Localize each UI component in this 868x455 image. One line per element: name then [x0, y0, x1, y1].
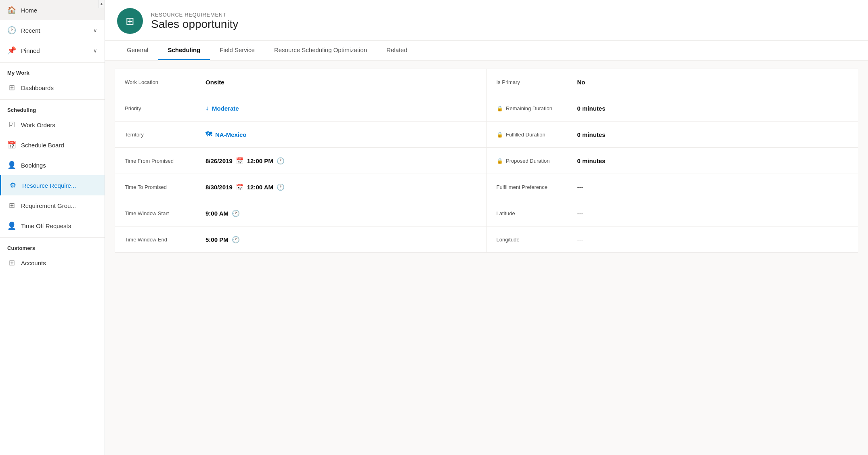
time-from-promised-date: 8/26/2019 — [205, 157, 233, 164]
longitude-value: --- — [577, 236, 583, 243]
time-from-promised-label: Time From Promised — [125, 158, 205, 164]
tab-field-service[interactable]: Field Service — [210, 41, 264, 60]
time-window-end-label: Time Window End — [125, 237, 205, 243]
field-time-window-end: Time Window End 5:00 PM 🕐 — [115, 226, 487, 252]
recent-icon: 🕐 — [7, 26, 16, 35]
section-label-scheduling: Scheduling — [0, 101, 105, 115]
clock-icon[interactable]: 🕐 — [232, 210, 240, 217]
territory-label: Territory — [125, 132, 205, 138]
field-fulfillment-preference: Fulfillment Preference --- — [487, 174, 858, 200]
main-content: ⊞ RESOURCE REQUIREMENT Sales opportunity… — [105, 0, 868, 455]
lock-icon: 🔒 — [497, 105, 503, 111]
calendar-icon[interactable]: 📅 — [236, 157, 244, 165]
latitude-label: Latitude — [497, 210, 577, 216]
sidebar-item-resource-requirements[interactable]: ⚙ Resource Require... — [0, 175, 105, 195]
tab-scheduling[interactable]: Scheduling — [158, 41, 210, 60]
field-remaining-duration: 🔒 Remaining Duration 0 minutes — [487, 95, 858, 121]
schedule-board-icon: 📅 — [7, 140, 16, 149]
sidebar-dashboards-label: Dashboards — [21, 84, 54, 91]
pin-icon: 📌 — [7, 46, 16, 55]
field-proposed-duration: 🔒 Proposed Duration 0 minutes — [487, 148, 858, 174]
field-priority[interactable]: Priority ↓ Moderate — [115, 95, 487, 121]
work-location-value: Onsite — [205, 79, 224, 86]
field-latitude: Latitude --- — [487, 200, 858, 226]
tab-resource-scheduling-optimization[interactable]: Resource Scheduling Optimization — [264, 41, 377, 60]
divider — [0, 62, 105, 63]
record-title-block: RESOURCE REQUIREMENT Sales opportunity — [151, 12, 238, 31]
time-window-end-time: 5:00 PM — [205, 236, 229, 243]
sidebar-item-requirement-groups[interactable]: ⊞ Requirement Grou... — [0, 195, 105, 216]
sidebar-accounts-label: Accounts — [21, 260, 46, 266]
is-primary-label: Is Primary — [497, 79, 577, 85]
time-from-promised-time: 12:00 PM — [247, 157, 273, 164]
tab-general[interactable]: General — [117, 41, 158, 60]
field-fulfilled-duration: 🔒 Fulfilled Duration 0 minutes — [487, 122, 858, 147]
proposed-duration-label: 🔒 Proposed Duration — [497, 158, 577, 164]
time-window-start-label: Time Window Start — [125, 210, 205, 216]
sidebar-item-accounts[interactable]: ⊞ Accounts — [0, 253, 105, 273]
time-window-start-value: 9:00 AM 🕐 — [205, 210, 240, 217]
fulfillment-preference-value: --- — [577, 184, 583, 191]
field-work-location: Work Location Onsite — [115, 69, 487, 95]
resource-requirements-icon: ⚙ — [8, 181, 17, 190]
lock-icon: 🔒 — [497, 132, 503, 138]
sidebar-scroll-up[interactable]: ▲ — [98, 0, 105, 8]
time-window-start-time: 9:00 AM — [205, 210, 229, 217]
form-section: Work Location Onsite Is Primary No Prior… — [115, 69, 858, 253]
priority-label: Priority — [125, 105, 205, 111]
work-location-label: Work Location — [125, 79, 205, 85]
fulfilled-duration-value: 0 minutes — [577, 131, 606, 138]
territory-value[interactable]: 🗺 NA-Mexico — [205, 131, 247, 138]
record-icon-symbol: ⊞ — [126, 15, 134, 27]
sidebar-bookings-label: Bookings — [21, 162, 46, 169]
sidebar-schedule-board-label: Schedule Board — [21, 142, 64, 149]
sidebar-recent-label: Recent — [21, 27, 40, 34]
proposed-duration-value: 0 minutes — [577, 157, 606, 164]
home-icon: 🏠 — [7, 6, 16, 15]
requirement-groups-icon: ⊞ — [7, 201, 16, 210]
sidebar-item-dashboards[interactable]: ⊞ Dashboards — [0, 78, 105, 98]
chevron-down-icon: ∨ — [93, 27, 97, 34]
accounts-icon: ⊞ — [7, 258, 16, 267]
field-time-from-promised: Time From Promised 8/26/2019 📅 12:00 PM … — [115, 148, 487, 174]
sidebar-requirement-groups-label: Requirement Grou... — [21, 202, 76, 209]
sidebar-pinned-label: Pinned — [21, 47, 40, 54]
clock-icon[interactable]: 🕐 — [232, 236, 240, 243]
time-to-promised-value: 8/30/2019 📅 12:00 AM 🕐 — [205, 183, 285, 191]
sidebar-item-home[interactable]: 🏠 Home — [0, 0, 105, 20]
map-icon: 🗺 — [205, 131, 212, 138]
sidebar-item-work-orders[interactable]: ☑ Work Orders — [0, 115, 105, 135]
tab-related[interactable]: Related — [377, 41, 417, 60]
priority-value[interactable]: ↓ Moderate — [205, 105, 239, 112]
time-from-promised-value: 8/26/2019 📅 12:00 PM 🕐 — [205, 157, 285, 165]
section-label-customers: Customers — [0, 239, 105, 253]
time-to-promised-date: 8/30/2019 — [205, 184, 233, 191]
calendar-icon[interactable]: 📅 — [236, 183, 244, 191]
sidebar-work-orders-label: Work Orders — [21, 122, 55, 128]
divider — [0, 99, 105, 100]
field-longitude: Longitude --- — [487, 226, 858, 252]
clock-icon[interactable]: 🕐 — [277, 157, 285, 165]
work-orders-icon: ☑ — [7, 120, 16, 129]
record-type: RESOURCE REQUIREMENT — [151, 12, 238, 18]
sidebar-resource-requirements-label: Resource Require... — [22, 182, 76, 189]
sidebar-item-schedule-board[interactable]: 📅 Schedule Board — [0, 135, 105, 155]
tabs-bar: General Scheduling Field Service Resourc… — [105, 41, 868, 61]
fulfilled-duration-label: 🔒 Fulfilled Duration — [497, 132, 577, 138]
clock-icon[interactable]: 🕐 — [277, 183, 285, 191]
chevron-down-icon: ∨ — [93, 48, 97, 54]
sort-icon: ↓ — [205, 105, 209, 112]
time-to-promised-label: Time To Promised — [125, 184, 205, 190]
field-territory[interactable]: Territory 🗺 NA-Mexico — [115, 122, 487, 147]
section-label-mywork: My Work — [0, 64, 105, 78]
field-time-to-promised: Time To Promised 8/30/2019 📅 12:00 AM 🕐 — [115, 174, 487, 200]
record-icon: ⊞ — [117, 8, 143, 34]
sidebar-item-recent[interactable]: 🕐 Recent ∨ — [0, 20, 105, 40]
sidebar-item-time-off-requests[interactable]: 👤 Time Off Requests — [0, 216, 105, 236]
record-header: ⊞ RESOURCE REQUIREMENT Sales opportunity — [105, 0, 868, 41]
field-is-primary: Is Primary No — [487, 69, 858, 95]
sidebar-item-bookings[interactable]: 👤 Bookings — [0, 155, 105, 175]
bookings-icon: 👤 — [7, 161, 16, 170]
sidebar-item-pinned[interactable]: 📌 Pinned ∨ — [0, 40, 105, 61]
field-time-window-start: Time Window Start 9:00 AM 🕐 — [115, 200, 487, 226]
